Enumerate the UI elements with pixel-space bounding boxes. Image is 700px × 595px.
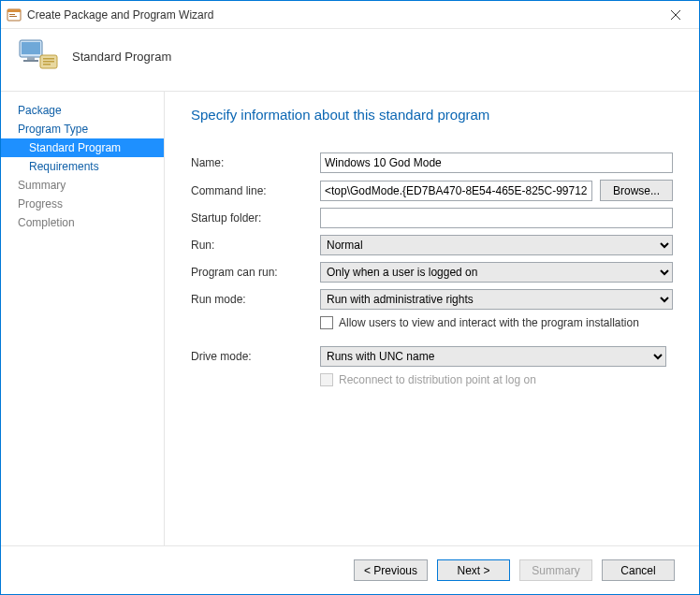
reconnect-checkbox xyxy=(320,373,333,386)
wizard-buttonbar: < Previous Next > Summary Cancel xyxy=(1,545,699,594)
nav-program-type[interactable]: Program Type xyxy=(1,120,164,138)
titlebar: Create Package and Program Wizard xyxy=(1,1,699,29)
allow-interact-checkbox[interactable] xyxy=(320,316,333,329)
program-can-run-select[interactable]: Only when a user is logged on xyxy=(320,262,673,283)
program-can-run-label: Program can run: xyxy=(191,266,313,279)
close-icon xyxy=(671,10,680,20)
drive-mode-select[interactable]: Runs with UNC name xyxy=(320,346,666,367)
nav-package[interactable]: Package xyxy=(1,101,164,120)
nav-requirements[interactable]: Requirements xyxy=(1,157,164,176)
computer-icon xyxy=(18,36,59,76)
close-button[interactable] xyxy=(658,2,693,28)
nav-standard-program[interactable]: Standard Program xyxy=(1,138,164,157)
wizard-step-title: Standard Program xyxy=(72,50,171,64)
next-button[interactable]: Next > xyxy=(437,559,510,581)
svg-rect-3 xyxy=(9,16,17,17)
name-input[interactable] xyxy=(320,152,673,173)
command-line-label: Command line: xyxy=(191,184,313,197)
run-mode-label: Run mode: xyxy=(191,293,313,306)
run-mode-select[interactable]: Run with administrative rights xyxy=(320,289,673,310)
cancel-button[interactable]: Cancel xyxy=(602,559,675,581)
svg-rect-1 xyxy=(7,9,21,12)
allow-interact-label: Allow users to view and interact with th… xyxy=(339,316,639,329)
startup-folder-label: Startup folder: xyxy=(191,211,313,225)
browse-button[interactable]: Browse... xyxy=(600,180,673,201)
wizard-window: Create Package and Program Wizard Standa… xyxy=(0,0,700,595)
wizard-body: Package Program Type Standard Program Re… xyxy=(1,91,699,545)
drive-mode-label: Drive mode: xyxy=(191,350,313,363)
svg-rect-13 xyxy=(43,64,51,65)
summary-button: Summary xyxy=(519,559,592,581)
svg-rect-7 xyxy=(22,42,40,54)
nav-summary[interactable]: Summary xyxy=(1,176,164,195)
run-label: Run: xyxy=(191,239,313,252)
app-icon xyxy=(7,7,22,22)
name-label: Name: xyxy=(191,156,313,169)
nav-completion[interactable]: Completion xyxy=(1,213,164,232)
svg-rect-12 xyxy=(43,61,54,63)
svg-rect-8 xyxy=(27,57,35,60)
wizard-header: Standard Program xyxy=(1,29,699,91)
window-title: Create Package and Program Wizard xyxy=(27,8,213,22)
reconnect-label: Reconnect to distribution point at log o… xyxy=(339,373,536,386)
nav-progress[interactable]: Progress xyxy=(1,195,164,213)
wizard-content: Specify information about this standard … xyxy=(165,92,699,545)
svg-rect-2 xyxy=(9,14,15,15)
wizard-nav: Package Program Type Standard Program Re… xyxy=(1,92,165,545)
page-heading: Specify information about this standard … xyxy=(191,107,673,123)
previous-button[interactable]: < Previous xyxy=(354,559,428,581)
run-select[interactable]: Normal xyxy=(320,235,673,255)
svg-rect-9 xyxy=(23,60,38,62)
command-line-input[interactable] xyxy=(320,181,592,201)
startup-folder-input[interactable] xyxy=(320,208,673,228)
svg-rect-11 xyxy=(43,58,54,60)
